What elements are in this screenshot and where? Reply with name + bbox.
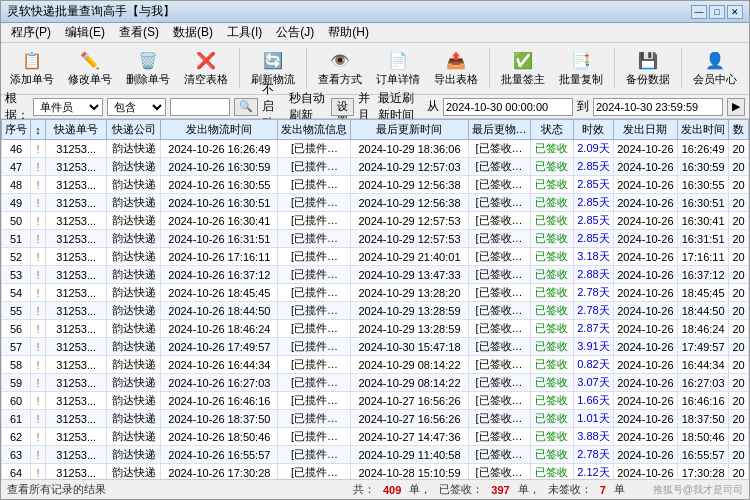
condition-select[interactable]: 包含 等于 不等于 [107, 98, 166, 116]
menu-view[interactable]: 查看(S) [113, 23, 165, 42]
signed-label: 已签收： [439, 482, 483, 497]
col-latest-info: 最后更物… [468, 120, 530, 140]
total-label: 共： [353, 482, 375, 497]
total-unit: 单， [409, 482, 431, 497]
table-header-row: 序号 ↕ 快递单号 快递公司 发出物流时间 发出物流信息 最后更新时间 最后更物… [2, 120, 749, 140]
maximize-button[interactable]: □ [709, 5, 725, 19]
unsigned-label: 未签收： [548, 482, 592, 497]
menu-notice[interactable]: 公告(J) [270, 23, 320, 42]
batch-sign-icon: ✅ [511, 48, 535, 72]
col-track: 快递单号 [46, 120, 107, 140]
signed-count: 397 [491, 484, 509, 496]
edit-number-button[interactable]: ✏️ 修改单号 [63, 45, 117, 90]
table-row[interactable]: 56!31253...韵达快递2024-10-26 18:46:24[已揽件…2… [2, 320, 749, 338]
table-row[interactable]: 49!31253...韵达快递2024-10-26 16:30:51[已揽件…2… [2, 194, 749, 212]
add-number-icon: 📋 [20, 48, 44, 72]
toolbar: 📋 添加单号 ✏️ 修改单号 🗑️ 删除单号 ❌ 清空表格 🔄 刷新物流 👁️ … [1, 43, 749, 95]
unsigned-count: 7 [600, 484, 606, 496]
unsigned-unit: 单 [614, 482, 625, 497]
from-date-input[interactable] [443, 98, 573, 116]
delete-number-icon: 🗑️ [136, 48, 160, 72]
col-latest-time: 最后更新时间 [351, 120, 468, 140]
export-icon: 📤 [444, 48, 468, 72]
search-button[interactable]: 🔍 [234, 98, 258, 116]
delete-number-button[interactable]: 🗑️ 删除单号 [121, 45, 175, 90]
table-row[interactable]: 47!31253...韵达快递2024-10-26 16:30:59[已揽件…2… [2, 158, 749, 176]
export-button[interactable]: 📤 导出表格 [429, 45, 483, 90]
data-table-container[interactable]: 序号 ↕ 快递单号 快递公司 发出物流时间 发出物流信息 最后更新时间 最后更物… [1, 119, 749, 479]
col-status: 状态 [530, 120, 574, 140]
view-mode-button[interactable]: 👁️ 查看方式 [313, 45, 367, 90]
table-row[interactable]: 58!31253...韵达快递2024-10-26 16:44:34[已揽件…2… [2, 356, 749, 374]
table-row[interactable]: 63!31253...韵达快递2024-10-26 16:55:57[已揽件…2… [2, 446, 749, 464]
table-row[interactable]: 53!31253...韵达快递2024-10-26 16:37:12[已揽件…2… [2, 266, 749, 284]
close-button[interactable]: ✕ [727, 5, 743, 19]
menu-edit[interactable]: 编辑(E) [59, 23, 111, 42]
add-number-button[interactable]: 📋 添加单号 [5, 45, 59, 90]
menu-program[interactable]: 程序(P) [5, 23, 57, 42]
settings-button[interactable]: 设置 [331, 98, 355, 116]
clear-table-icon: ❌ [194, 48, 218, 72]
refresh-icon: 🔄 [261, 48, 285, 72]
table-row[interactable]: 61!31253...韵达快递2024-10-26 18:37:50[已揽件…2… [2, 410, 749, 428]
edit-number-icon: ✏️ [78, 48, 102, 72]
field-select[interactable]: 单件员 快递单号 收件人 [33, 98, 103, 116]
toolbar-sep-2 [306, 48, 307, 88]
table-row[interactable]: 59!31253...韵达快递2024-10-26 16:27:03[已揽件…2… [2, 374, 749, 392]
batch-copy-label: 批量复制 [559, 72, 603, 87]
menu-tools[interactable]: 工具(I) [221, 23, 268, 42]
window-title: 灵软快递批量查询高手【与我】 [7, 3, 175, 20]
menu-bar: 程序(P) 编辑(E) 查看(S) 数据(B) 工具(I) 公告(J) 帮助(H… [1, 23, 749, 43]
backup-icon: 💾 [636, 48, 660, 72]
col-flag: ↕ [31, 120, 46, 140]
table-row[interactable]: 46!31253...韵达快递2024-10-26 16:26:49[已揽件…2… [2, 140, 749, 158]
order-detail-button[interactable]: 📄 订单详情 [371, 45, 425, 90]
view-mode-icon: 👁️ [328, 48, 352, 72]
col-send-info: 发出物流信息 [278, 120, 351, 140]
view-mode-label: 查看方式 [318, 72, 362, 87]
search-input[interactable] [170, 98, 230, 116]
table-row[interactable]: 50!31253...韵达快递2024-10-26 16:30:41[已揽件…2… [2, 212, 749, 230]
main-window: 灵软快递批量查询高手【与我】 — □ ✕ 程序(P) 编辑(E) 查看(S) 数… [0, 0, 750, 500]
batch-copy-icon: 📑 [569, 48, 593, 72]
col-company: 快递公司 [107, 120, 161, 140]
from-label: 从 [427, 98, 439, 115]
clear-table-button[interactable]: ❌ 清空表格 [179, 45, 233, 90]
menu-help[interactable]: 帮助(H) [322, 23, 375, 42]
go-button[interactable]: ▶ [727, 98, 745, 116]
col-send-time2: 发出时间 [678, 120, 729, 140]
window-controls: — □ ✕ [691, 5, 743, 19]
table-row[interactable]: 60!31253...韵达快递2024-10-26 16:46:16[已揽件…2… [2, 392, 749, 410]
to-date-input[interactable] [593, 98, 723, 116]
menu-data[interactable]: 数据(B) [167, 23, 219, 42]
export-label: 导出表格 [434, 72, 478, 87]
col-send-date: 发出日期 [613, 120, 678, 140]
batch-sign-button[interactable]: ✅ 批量签主 [496, 45, 550, 90]
batch-copy-button[interactable]: 📑 批量复制 [554, 45, 608, 90]
order-detail-icon: 📄 [386, 48, 410, 72]
toolbar-sep-3 [489, 48, 490, 88]
minimize-button[interactable]: — [691, 5, 707, 19]
member-button[interactable]: 👤 会员中心 [688, 45, 742, 90]
table-body: 46!31253...韵达快递2024-10-26 16:26:49[已揽件…2… [2, 140, 749, 480]
order-detail-label: 订单详情 [376, 72, 420, 87]
table-row[interactable]: 57!31253...韵达快递2024-10-26 17:49:57[已揽件…2… [2, 338, 749, 356]
table-row[interactable]: 62!31253...韵达快递2024-10-26 18:50:46[已揽件…2… [2, 428, 749, 446]
add-number-label: 添加单号 [10, 72, 54, 87]
status-bar: 查看所有记录的结果 共： 409 单， 已签收： 397 单， 未签收： 7 单… [1, 479, 749, 499]
table-row[interactable]: 64!31253...韵达快递2024-10-26 17:30:28[已揽件…2… [2, 464, 749, 480]
table-row[interactable]: 48!31253...韵达快递2024-10-26 16:30:55[已揽件…2… [2, 176, 749, 194]
to-label: 到 [577, 98, 589, 115]
table-row[interactable]: 52!31253...韵达快递2024-10-26 17:16:11[已揽件…2… [2, 248, 749, 266]
clear-table-label: 清空表格 [184, 72, 228, 87]
filter-bar: 根据： 单件员 快递单号 收件人 包含 等于 不等于 🔍 不启动 秒自动刷新 设… [1, 95, 749, 119]
table-row[interactable]: 55!31253...韵达快递2024-10-26 18:44:50[已揽件…2… [2, 302, 749, 320]
batch-sign-label: 批量签主 [501, 72, 545, 87]
title-bar: 灵软快递批量查询高手【与我】 — □ ✕ [1, 1, 749, 23]
table-row[interactable]: 54!31253...韵达快递2024-10-26 18:45:45[已揽件…2… [2, 284, 749, 302]
edit-number-label: 修改单号 [68, 72, 112, 87]
backup-label: 备份数据 [626, 72, 670, 87]
status-text: 查看所有记录的结果 [7, 482, 106, 497]
table-row[interactable]: 51!31253...韵达快递2024-10-26 16:31:51[已揽件…2… [2, 230, 749, 248]
backup-button[interactable]: 💾 备份数据 [621, 45, 675, 90]
